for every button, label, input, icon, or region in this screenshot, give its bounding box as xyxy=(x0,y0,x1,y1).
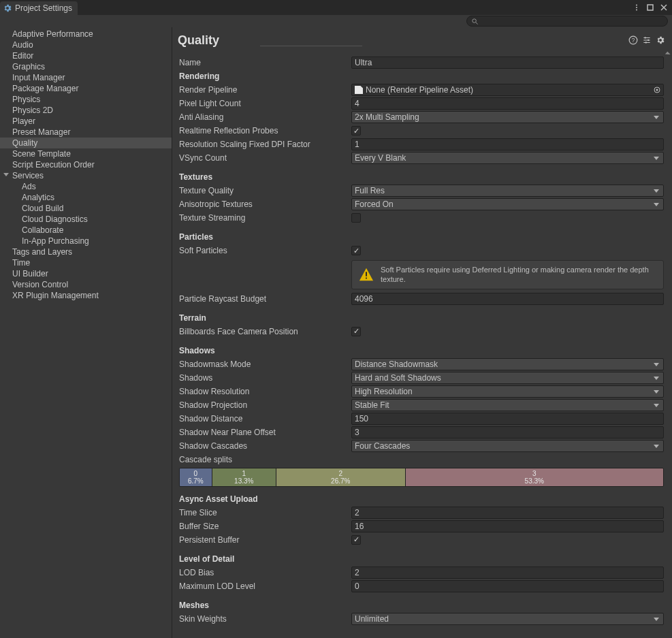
billboards-checkbox[interactable] xyxy=(351,327,361,336)
sidebar-item-time[interactable]: Time xyxy=(0,257,172,268)
sidebar-item-physics-2d[interactable]: Physics 2D xyxy=(0,105,172,116)
shadow-cascades-dropdown[interactable]: Four Cascades xyxy=(351,440,664,452)
cascade-segment-0[interactable]: 06.7% xyxy=(180,468,212,486)
shadow-cascades-label: Shadow Cascades xyxy=(179,441,351,451)
rendering-section: Rendering xyxy=(179,71,351,81)
sidebar-item-version-control[interactable]: Version Control xyxy=(0,279,172,290)
soft-particles-warning: Soft Particles require using Deferred Li… xyxy=(351,260,664,289)
skin-weights-label: Skin Weights xyxy=(179,614,351,624)
cascade-splits-label: Cascade splits xyxy=(179,455,351,464)
asset-icon xyxy=(355,86,363,94)
shadow-near-input[interactable]: 3 xyxy=(351,426,664,438)
time-slice-input[interactable]: 2 xyxy=(351,507,664,519)
shadowmask-label: Shadowmask Mode xyxy=(179,360,351,369)
anti-aliasing-dropdown[interactable]: 2x Multi Sampling xyxy=(351,111,664,123)
pixel-light-label: Pixel Light Count xyxy=(179,99,351,108)
res-scaling-label: Resolution Scaling Fixed DPI Factor xyxy=(179,140,351,149)
sidebar-item-preset-manager[interactable]: Preset Manager xyxy=(0,127,172,138)
window-tab[interactable]: Project Settings xyxy=(0,1,78,15)
page-title: Quality xyxy=(178,33,219,48)
settings-icon[interactable] xyxy=(654,34,667,46)
sidebar-item-collaborate[interactable]: Collaborate xyxy=(0,225,172,236)
shadow-res-dropdown[interactable]: High Resolution xyxy=(351,385,664,398)
shadows-section: Shadows xyxy=(179,346,351,355)
billboards-label: Billboards Face Camera Position xyxy=(179,327,351,336)
persistent-buffer-checkbox[interactable] xyxy=(351,535,361,545)
close-icon[interactable] xyxy=(658,2,669,13)
skin-weights-dropdown[interactable]: Unlimited xyxy=(351,613,664,625)
svg-point-1 xyxy=(636,7,637,8)
vsync-label: VSync Count xyxy=(179,153,351,163)
shadows-dropdown[interactable]: Hard and Soft Shadows xyxy=(351,372,664,384)
sidebar-item-audio[interactable]: Audio xyxy=(0,39,172,50)
maximize-icon[interactable] xyxy=(645,2,656,13)
sidebar-item-services[interactable]: Services xyxy=(0,170,172,181)
sidebar-item-player[interactable]: Player xyxy=(0,116,172,127)
texture-streaming-checkbox[interactable] xyxy=(351,213,361,223)
sidebar-item-ui-builder[interactable]: UI Builder xyxy=(0,268,172,279)
soft-particles-checkbox[interactable] xyxy=(351,246,361,255)
titlebar: Project Settings xyxy=(0,0,672,15)
window-controls xyxy=(631,2,672,13)
shadow-near-label: Shadow Near Plane Offset xyxy=(179,428,351,437)
sidebar-item-cloud-diagnostics[interactable]: Cloud Diagnostics xyxy=(0,214,172,225)
sidebar-item-ads[interactable]: Ads xyxy=(0,181,172,192)
sidebar-item-adaptive-performance[interactable]: Adaptive Performance xyxy=(0,29,172,39)
content-header: Quality ? xyxy=(172,27,672,50)
shadow-proj-dropdown[interactable]: Stable Fit xyxy=(351,399,664,411)
time-slice-label: Time Slice xyxy=(179,508,351,517)
render-pipeline-field[interactable]: None (Render Pipeline Asset) xyxy=(351,84,664,96)
realtime-reflection-checkbox[interactable] xyxy=(351,126,361,135)
object-picker-icon[interactable] xyxy=(652,85,662,95)
main: Adaptive PerformanceAudioEditorGraphicsI… xyxy=(0,27,672,638)
svg-line-5 xyxy=(476,22,478,24)
cascade-segment-2[interactable]: 226.7% xyxy=(276,468,406,486)
anti-aliasing-label: Anti Aliasing xyxy=(179,112,351,122)
window-title: Project Settings xyxy=(15,3,72,13)
max-lod-input[interactable]: 0 xyxy=(351,580,664,592)
svg-rect-14 xyxy=(366,278,367,279)
sidebar-item-xr-plugin-management[interactable]: XR Plugin Management xyxy=(0,290,172,301)
texture-quality-dropdown[interactable]: Full Res xyxy=(351,185,664,197)
cascade-segment-1[interactable]: 113.3% xyxy=(212,468,276,486)
pixel-light-input[interactable]: 4 xyxy=(351,97,664,110)
texture-streaming-label: Texture Streaming xyxy=(179,213,351,223)
svg-point-0 xyxy=(636,5,637,6)
shadowmask-dropdown[interactable]: Distance Shadowmask xyxy=(351,358,664,370)
cascade-segment-3[interactable]: 353.3% xyxy=(406,468,663,486)
sidebar-item-editor[interactable]: Editor xyxy=(0,50,172,61)
sidebar-item-quality[interactable]: Quality xyxy=(0,138,172,148)
help-icon[interactable]: ? xyxy=(627,34,639,46)
sidebar-item-tags-and-layers[interactable]: Tags and Layers xyxy=(0,246,172,257)
name-label: Name xyxy=(179,58,351,67)
lod-bias-input[interactable]: 2 xyxy=(351,567,664,579)
res-scaling-input[interactable]: 1 xyxy=(351,138,664,150)
terrain-section: Terrain xyxy=(179,313,351,323)
sidebar-item-graphics[interactable]: Graphics xyxy=(0,61,172,72)
sidebar-item-analytics[interactable]: Analytics xyxy=(0,192,172,203)
sidebar-item-script-execution-order[interactable]: Script Execution Order xyxy=(0,159,172,170)
sidebar-item-input-manager[interactable]: Input Manager xyxy=(0,72,172,83)
sidebar-item-package-manager[interactable]: Package Manager xyxy=(0,83,172,94)
svg-point-12 xyxy=(656,89,658,91)
vsync-dropdown[interactable]: Every V Blank xyxy=(351,152,664,164)
gear-icon xyxy=(3,3,12,13)
sidebar-item-scene-template[interactable]: Scene Template xyxy=(0,148,172,159)
warning-icon xyxy=(359,267,374,282)
soft-particles-label: Soft Particles xyxy=(179,246,351,255)
sidebar-item-cloud-build[interactable]: Cloud Build xyxy=(0,203,172,214)
aniso-dropdown[interactable]: Forced On xyxy=(351,198,664,210)
settings-sidebar: Adaptive PerformanceAudioEditorGraphicsI… xyxy=(0,27,172,638)
buffer-size-input[interactable]: 16 xyxy=(351,520,664,532)
kebab-icon[interactable] xyxy=(631,2,642,13)
shadow-proj-label: Shadow Projection xyxy=(179,400,351,410)
shadow-dist-input[interactable]: 150 xyxy=(351,413,664,425)
name-input[interactable]: Ultra xyxy=(351,57,664,69)
presets-icon[interactable] xyxy=(641,34,653,46)
shadow-res-label: Shadow Resolution xyxy=(179,387,351,396)
sidebar-item-in-app-purchasing[interactable]: In-App Purchasing xyxy=(0,236,172,246)
sidebar-item-physics[interactable]: Physics xyxy=(0,94,172,105)
cascade-splits-bar[interactable]: 06.7%113.3%226.7%353.3% xyxy=(179,468,664,487)
particle-raycast-input[interactable]: 4096 xyxy=(351,293,664,305)
search-input[interactable] xyxy=(466,16,668,27)
